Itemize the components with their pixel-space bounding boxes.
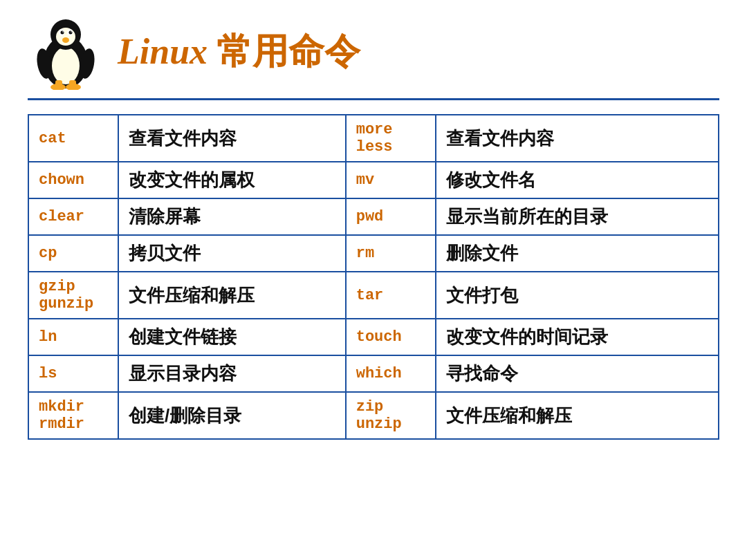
description-cell-right: 删除文件	[436, 235, 719, 272]
table-row: chown改变文件的属权mv修改文件名	[28, 162, 719, 198]
command-cell-left: ls	[28, 355, 118, 392]
command-cell-right: more less	[346, 115, 436, 162]
command-cell-right: touch	[346, 319, 436, 355]
svg-point-7	[69, 31, 73, 35]
command-cell-right: which	[346, 355, 436, 392]
command-cell-left: chown	[28, 162, 118, 198]
description-cell-left: 文件压缩和解压	[118, 272, 346, 319]
description-cell-left: 创建/删除目录	[118, 392, 346, 439]
command-cell-left: ln	[28, 319, 118, 355]
command-cell-right: zip unzip	[346, 392, 436, 439]
svg-point-10	[62, 37, 69, 43]
command-cell-right: mv	[346, 162, 436, 198]
description-cell-right: 查看文件内容	[436, 115, 719, 162]
svg-point-9	[71, 31, 72, 32]
page-title: Linux 常用命令	[118, 28, 360, 76]
description-cell-left: 查看文件内容	[118, 115, 346, 162]
command-cell-left: gzip gunzip	[28, 272, 118, 319]
command-cell-right: rm	[346, 235, 436, 272]
command-cell-left: cp	[28, 235, 118, 272]
description-cell-left: 改变文件的属权	[118, 162, 346, 198]
commands-table: cat查看文件内容more less查看文件内容chown改变文件的属权mv修改…	[28, 114, 719, 440]
description-cell-left: 拷贝文件	[118, 235, 346, 272]
svg-point-6	[61, 31, 64, 35]
svg-point-8	[62, 31, 64, 32]
commands-table-container: cat查看文件内容more less查看文件内容chown改变文件的属权mv修改…	[28, 114, 719, 539]
header: Linux 常用命令	[28, 14, 719, 100]
svg-rect-14	[69, 80, 76, 88]
description-cell-left: 创建文件链接	[118, 319, 346, 355]
slide: Linux 常用命令 cat查看文件内容more less查看文件内容chown…	[0, 0, 747, 560]
table-row: cp拷贝文件rm删除文件	[28, 235, 719, 272]
table-row: ln创建文件链接touch改变文件的时间记录	[28, 319, 719, 355]
command-cell-right: pwd	[346, 198, 436, 235]
description-cell-left: 清除屏幕	[118, 198, 346, 235]
svg-rect-13	[55, 80, 62, 88]
svg-point-3	[56, 28, 75, 46]
description-cell-right: 显示当前所在的目录	[436, 198, 719, 235]
description-cell-left: 显示目录内容	[118, 355, 346, 392]
description-cell-right: 改变文件的时间记录	[436, 319, 719, 355]
description-cell-right: 寻找命令	[436, 355, 719, 392]
description-cell-right: 文件打包	[436, 272, 719, 319]
table-row: gzip gunzip文件压缩和解压tar文件打包	[28, 272, 719, 319]
table-row: mkdir rmdir创建/删除目录zip unzip文件压缩和解压	[28, 392, 719, 439]
command-cell-left: mkdir rmdir	[28, 392, 118, 439]
svg-point-1	[52, 47, 80, 84]
command-cell-right: tar	[346, 272, 436, 319]
table-row: cat查看文件内容more less查看文件内容	[28, 115, 719, 162]
command-cell-left: cat	[28, 115, 118, 162]
command-cell-left: clear	[28, 198, 118, 235]
tux-icon	[28, 14, 104, 90]
description-cell-right: 修改文件名	[436, 162, 719, 198]
table-row: ls显示目录内容which寻找命令	[28, 355, 719, 392]
table-row: clear清除屏幕pwd显示当前所在的目录	[28, 198, 719, 235]
description-cell-right: 文件压缩和解压	[436, 392, 719, 439]
